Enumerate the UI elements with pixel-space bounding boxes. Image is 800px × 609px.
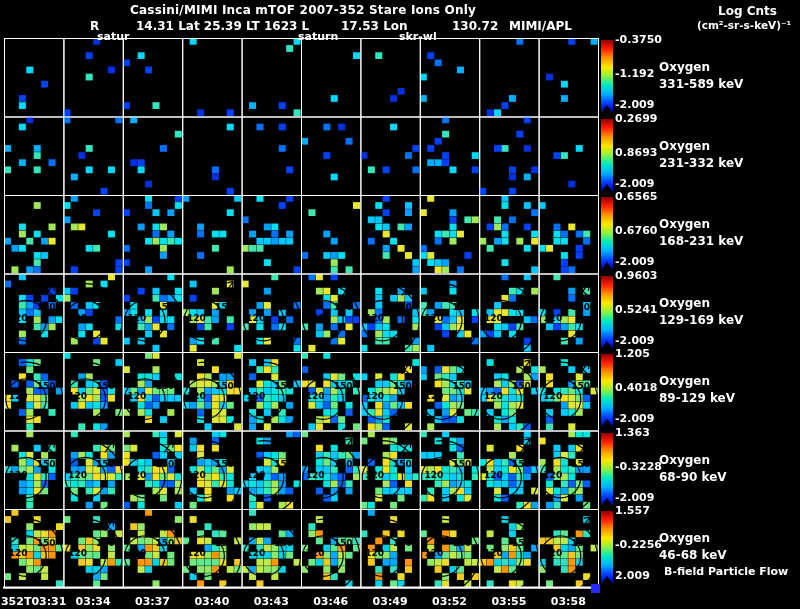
row-species-label: Oxygen	[659, 296, 710, 310]
colorbar	[601, 119, 613, 191]
row-species-label: Oxygen	[659, 139, 710, 153]
row-species-label: Oxygen	[659, 217, 710, 231]
colorbar	[601, 354, 613, 426]
page-title: Cassini/MIMI Inca mTOF 2007-352 Stare Io…	[0, 3, 606, 17]
bfield-flow-note: B-field Particle Flow	[664, 565, 788, 578]
panel-target-label: saturn	[298, 30, 338, 43]
colorbar-min-marker	[602, 419, 612, 426]
axis-end-marker	[591, 584, 600, 593]
colorbar-min-marker	[602, 576, 612, 583]
colorbar-scale-max: -0.3750	[615, 34, 685, 46]
row-energy-band-label: 168-231 keV	[659, 234, 743, 248]
row-energy-band-label: 129-169 keV	[659, 313, 743, 327]
panel-target-label: satur	[97, 30, 129, 43]
colorbar-min-marker	[602, 262, 612, 269]
header-org-label: MIMI/APL	[509, 19, 572, 33]
colorbar	[601, 197, 613, 269]
header-value-block: 130.72	[452, 19, 498, 33]
colorbar-scale-max: 0.2699	[615, 113, 685, 125]
colorbar-units: (cm²-sr-s-keV)⁻¹	[688, 19, 800, 31]
row-energy-band-label: 89-129 keV	[659, 391, 735, 405]
row-species-label: Oxygen	[659, 531, 710, 545]
colorbar-scale-max: 0.6565	[615, 191, 685, 203]
colorbar-scale-max: 1.363	[615, 427, 685, 439]
colorbar-scale-min: -2.009	[615, 178, 685, 190]
colorbar-scale-min: -2.009	[615, 413, 685, 425]
colorbar-scale-max: 1.557	[615, 505, 685, 517]
panel-target-label: skr-wl	[399, 30, 437, 43]
header-position-block: 14.31 Lat 25.39 LT 1623 L	[136, 19, 309, 33]
time-tick-label: 03:58	[528, 595, 608, 608]
row-species-label: Oxygen	[659, 374, 710, 388]
row-energy-band-label: 46-68 keV	[659, 548, 727, 562]
colorbar-title: Log Cnts	[695, 4, 800, 18]
colorbar-min-marker	[602, 498, 612, 505]
row-energy-band-label: 231-332 keV	[659, 156, 743, 170]
mimi-inca-display: Cassini/MIMI Inca mTOF 2007-352 Stare Io…	[0, 0, 800, 609]
colorbar	[601, 511, 613, 583]
colorbar-scale-max: 0.9603	[615, 270, 685, 282]
colorbar-scale-min: -2.009	[615, 256, 685, 268]
row-energy-band-label: 331-589 keV	[659, 77, 743, 91]
header-lon-block: 17.53 Lon	[341, 19, 408, 33]
row-energy-band-label: 68-90 keV	[659, 470, 727, 484]
colorbar	[601, 433, 613, 505]
row-species-label: Oxygen	[659, 60, 710, 74]
row-species-label: Oxygen	[659, 453, 710, 467]
colorbar-min-marker	[602, 341, 612, 348]
colorbar-scale-min: -2.009	[615, 335, 685, 347]
colorbar-scale-min: -2.009	[615, 492, 685, 504]
colorbar-scale-max: 1.205	[615, 348, 685, 360]
colorbar	[601, 276, 613, 348]
colorbar	[601, 40, 613, 112]
colorbar-min-marker	[602, 105, 612, 112]
colorbar-scale-min: -2.009	[615, 99, 685, 111]
colorbar-min-marker	[602, 184, 612, 191]
